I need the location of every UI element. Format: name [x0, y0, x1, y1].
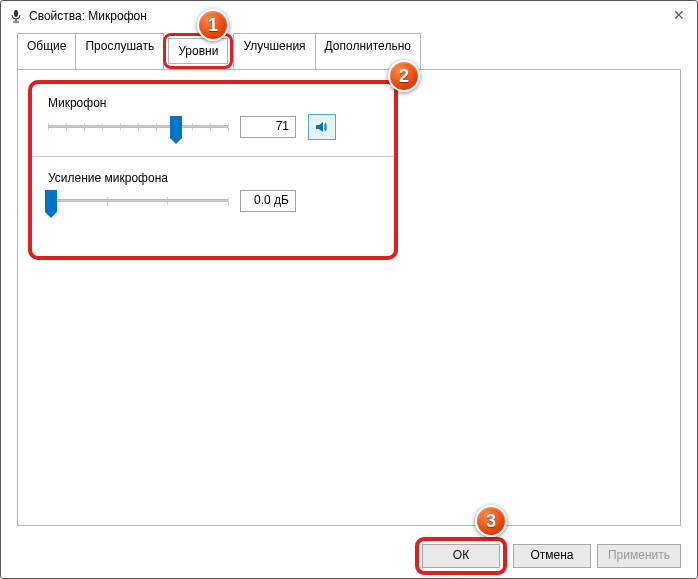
annotation-badge-1: 1: [197, 9, 229, 41]
titlebar: Свойства: Микрофон ✕: [1, 1, 697, 31]
tab-levels[interactable]: Уровни: [168, 38, 228, 64]
microphone-row: 71: [48, 114, 378, 140]
boost-row: 0.0 дБ: [48, 189, 378, 213]
tab-strip: Общие Прослушать Уровни Улучшения Дополн…: [1, 33, 697, 69]
boost-value[interactable]: 0.0 дБ: [240, 190, 296, 212]
ok-button[interactable]: ОК: [422, 544, 500, 568]
microphone-slider[interactable]: [48, 115, 228, 139]
apply-button: Применить: [597, 544, 681, 568]
annotation-badge-3: 3: [475, 505, 507, 537]
tab-enhancements[interactable]: Улучшения: [233, 33, 315, 69]
microphone-label: Микрофон: [48, 96, 378, 110]
dialog-window: Свойства: Микрофон ✕ Общие Прослушать Ур…: [0, 0, 698, 579]
cancel-button[interactable]: Отмена: [513, 544, 591, 568]
tab-listen[interactable]: Прослушать: [75, 33, 164, 69]
dialog-button-row: 3 ОК Отмена Применить: [1, 534, 697, 578]
microphone-icon: [9, 9, 23, 23]
tab-panel: 2 Микрофон 71: [17, 69, 681, 526]
section-divider: [32, 156, 394, 157]
boost-label: Усиление микрофона: [48, 171, 378, 185]
window-title: Свойства: Микрофон: [29, 9, 147, 23]
boost-slider[interactable]: [48, 189, 228, 213]
annotation-badge-2: 2: [388, 60, 420, 92]
svg-rect-0: [14, 10, 18, 17]
highlight-levels-box: Микрофон 71: [28, 80, 398, 260]
highlight-tab-levels: Уровни: [163, 33, 233, 69]
mute-button[interactable]: [308, 114, 336, 140]
close-button[interactable]: ✕: [673, 7, 685, 23]
tab-general[interactable]: Общие: [17, 33, 76, 69]
speaker-icon: [314, 119, 330, 135]
highlight-ok-button: 3 ОК: [415, 537, 507, 575]
microphone-value[interactable]: 71: [240, 116, 296, 138]
